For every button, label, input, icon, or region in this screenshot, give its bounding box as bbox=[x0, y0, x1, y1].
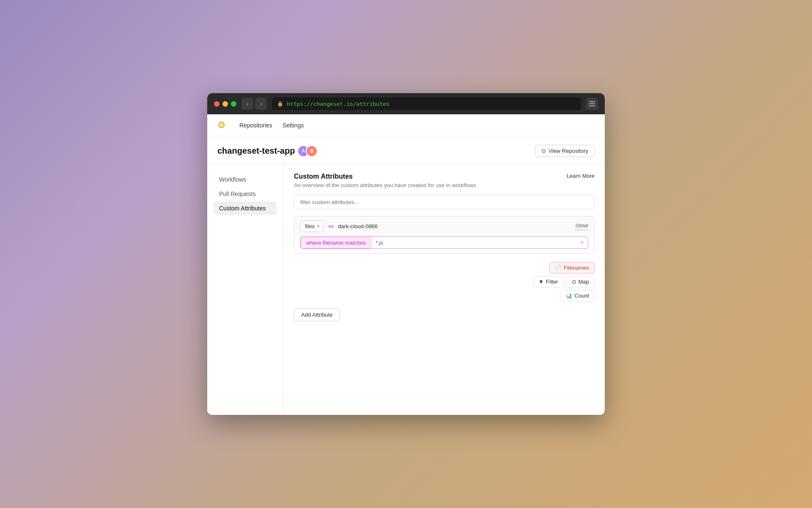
page-title: changeset-test-app bbox=[217, 146, 295, 156]
traffic-light-yellow[interactable] bbox=[222, 101, 228, 107]
content-area: Custom Attributes An overview of the cus… bbox=[283, 164, 605, 415]
browser-chrome: ‹ › 🔒 https://changeset.io/attributes bbox=[207, 93, 605, 114]
url-text: https://changeset.io/attributes bbox=[287, 101, 390, 107]
map-label: Map bbox=[579, 279, 589, 285]
link-icon: ⇔ bbox=[328, 222, 334, 230]
chevron-down-icon: ▾ bbox=[317, 224, 319, 229]
avatar-2: B bbox=[306, 145, 318, 157]
avatar-group: A B bbox=[299, 145, 318, 157]
lock-icon: 🔒 bbox=[277, 101, 283, 107]
action-row-filter-map: ▼ Filter ⊙ Map bbox=[533, 276, 595, 287]
page-title-section: changeset-test-app A B bbox=[217, 145, 318, 157]
content-title-section: Custom Attributes An overview of the cus… bbox=[294, 173, 476, 188]
nav-settings[interactable]: Settings bbox=[283, 122, 304, 129]
count-icon: 📊 bbox=[565, 293, 572, 299]
back-button[interactable]: ‹ bbox=[241, 98, 253, 110]
filter-button[interactable]: ▼ Filter bbox=[533, 276, 564, 287]
view-repo-label: View Repository bbox=[549, 148, 588, 154]
condition-row-wrapper: where filename matches ✕ bbox=[300, 236, 588, 249]
top-nav: ⚙ Repositories Settings bbox=[207, 114, 605, 136]
browser-window: ‹ › 🔒 https://changeset.io/attributes ⚙ … bbox=[207, 93, 605, 415]
app-logo: ⚙ bbox=[217, 120, 226, 131]
sidebar-item-workflows[interactable]: Workflows bbox=[214, 173, 277, 186]
browser-menu-button[interactable] bbox=[586, 98, 598, 110]
action-row-count: 📊 Count bbox=[560, 290, 595, 301]
sidebar-item-pull-requests[interactable]: Pull Requests bbox=[214, 187, 277, 201]
map-icon: ⊙ bbox=[572, 279, 576, 285]
count-label: Count bbox=[574, 293, 589, 299]
main-layout: Workflows Pull Requests Custom Attribute… bbox=[207, 164, 605, 415]
condition-input[interactable] bbox=[371, 237, 576, 248]
menu-line-2 bbox=[589, 103, 595, 104]
sidebar: Workflows Pull Requests Custom Attribute… bbox=[207, 164, 283, 415]
filenames-icon: 📄 bbox=[555, 265, 562, 271]
traffic-light-red[interactable] bbox=[214, 101, 219, 107]
action-buttons: 📄 Filenames ▼ Filter ⊙ Map bbox=[294, 259, 595, 305]
github-icon: ⊙ bbox=[541, 148, 546, 154]
filenames-button[interactable]: 📄 Filenames bbox=[549, 262, 595, 273]
learn-more-link[interactable]: Learn More bbox=[567, 173, 595, 179]
filter-label: Filter bbox=[546, 279, 558, 285]
traffic-light-green[interactable] bbox=[231, 101, 236, 107]
attribute-name: dark-cloud-0866 bbox=[338, 223, 571, 229]
condition-badge: where filename matches bbox=[301, 237, 371, 248]
filter-icon: ▼ bbox=[538, 279, 544, 285]
nav-repositories[interactable]: Repositories bbox=[239, 122, 272, 129]
app-content: ⚙ Repositories Settings changeset-test-a… bbox=[207, 114, 605, 415]
attribute-card: files ▾ ⇔ dark-cloud-0866 close where fi… bbox=[294, 216, 595, 254]
view-repository-button[interactable]: ⊙ View Repository bbox=[535, 145, 595, 157]
menu-line-1 bbox=[589, 101, 595, 102]
type-label: files bbox=[305, 223, 315, 229]
content-subtitle: An overview of the custom attributes you… bbox=[294, 182, 476, 188]
filter-input[interactable] bbox=[294, 195, 595, 209]
nav-buttons: ‹ › bbox=[241, 98, 267, 110]
forward-button[interactable]: › bbox=[255, 98, 267, 110]
map-button[interactable]: ⊙ Map bbox=[566, 276, 595, 287]
count-button[interactable]: 📊 Count bbox=[560, 290, 595, 301]
menu-line-3 bbox=[589, 105, 595, 106]
content-header: Custom Attributes An overview of the cus… bbox=[294, 173, 595, 188]
attribute-header: files ▾ ⇔ dark-cloud-0866 close bbox=[294, 216, 594, 236]
traffic-lights bbox=[214, 101, 236, 107]
sidebar-item-custom-attributes[interactable]: Custom Attributes bbox=[214, 202, 277, 215]
action-row-filenames: 📄 Filenames bbox=[549, 262, 595, 273]
filenames-label: Filenames bbox=[564, 265, 589, 271]
close-link[interactable]: close bbox=[576, 222, 588, 230]
page-header: changeset-test-app A B ⊙ View Repository bbox=[207, 136, 605, 164]
remove-condition-button[interactable]: ✕ bbox=[576, 237, 588, 248]
address-bar[interactable]: 🔒 https://changeset.io/attributes bbox=[272, 97, 581, 110]
add-attribute-button[interactable]: Add Attribute bbox=[294, 308, 340, 321]
type-dropdown[interactable]: files ▾ bbox=[300, 221, 324, 232]
content-title: Custom Attributes bbox=[294, 173, 476, 180]
